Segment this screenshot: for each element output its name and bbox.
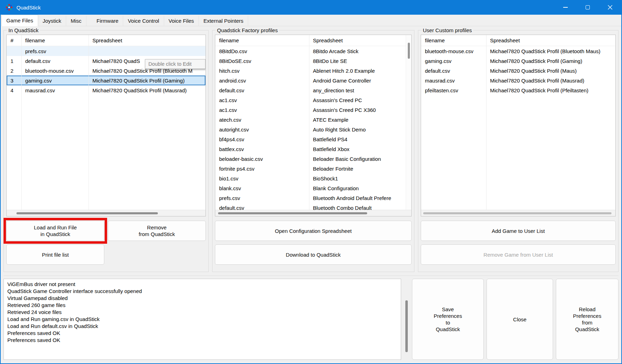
table-row[interactable]: blank.csvBlank Configuration (215, 183, 411, 193)
tab-misc[interactable]: Misc (66, 16, 86, 26)
factory-profiles-table: filename Spreadsheet 8BitdDo.csv8Bitdo A… (215, 35, 412, 216)
table-row[interactable]: default.csvany_direction test (215, 85, 411, 95)
scrollbar-thumb[interactable] (218, 212, 367, 214)
minimize-button[interactable] (554, 0, 576, 15)
column-separator (309, 35, 309, 210)
panel-user-custom-profiles: User Custom profiles filename Spreadshee… (418, 27, 618, 272)
column-header-filename[interactable]: filename (421, 37, 486, 43)
user-custom-header: filename Spreadsheet (421, 35, 615, 46)
in-quadstick-rows: prefs.csv1default.csvMichael7820 QuadS2b… (7, 46, 205, 95)
table-row[interactable]: fortnite ps4.csvBeloader Fortnite (215, 164, 411, 173)
panel-in-quadstick-title: In QuadStick (7, 27, 40, 33)
cell-file: beloader-basic.csv (215, 156, 309, 162)
cell-file: 8BitDoSE.csv (215, 58, 309, 64)
cell-file: pfeiltasten.csv (421, 87, 486, 93)
close-app-button[interactable]: Close (487, 279, 553, 360)
table-row[interactable]: hitch.csvAblenet Hitch 2.0 Example (215, 66, 411, 76)
status-log[interactable]: ViGEmBus driver not presentQuadStick Gam… (4, 279, 401, 360)
cell-sheet: Battlefield Xbox (309, 146, 411, 152)
cell-sheet: Android Game Controller (309, 78, 411, 84)
tab-joystick[interactable]: Joystick (38, 16, 66, 26)
table-row[interactable]: mausrad.csvMichael7820 QuadStick Profil … (421, 76, 615, 85)
maximize-button[interactable] (576, 0, 599, 15)
cell-file: mausrad.csv (421, 78, 486, 84)
table-row[interactable]: ac1.csvAssassin's Creed PC X360 (215, 105, 411, 115)
cell-sheet: Assassin's Creed PC (309, 97, 411, 103)
cell-file: ac1.csv (215, 97, 309, 103)
table-row[interactable]: pfeiltasten.csvMichael7820 QuadStick Pro… (421, 85, 615, 95)
table-row[interactable]: beloader-basic.csvBeloader Basic Configu… (215, 154, 411, 164)
tab-firmware[interactable]: Firmware (92, 16, 124, 26)
table-row[interactable]: 8BitDoSE.csv8BitDo Lite SE (215, 56, 411, 66)
column-header-filename[interactable]: filename (215, 37, 309, 43)
table-row[interactable]: prefs.csvBluetooth Android Default Prefe… (215, 193, 411, 203)
column-header-spreadsheet[interactable]: Spreadsheet (486, 37, 615, 43)
tab-bar: Game FilesJoystickMiscFirmwareVoice Cont… (1, 15, 621, 26)
download-to-quadstick-button[interactable]: Download to QuadStick (215, 244, 412, 265)
cell-file: default.csv (21, 58, 89, 64)
cell-sheet: Michael7820 QuadStick Profil (Maus) (486, 68, 615, 74)
table-row[interactable]: battlex.csvBattlefield Xbox (215, 144, 411, 154)
vertical-scrollbar[interactable] (406, 35, 411, 210)
tab-voice-control[interactable]: Voice Control (123, 16, 164, 26)
table-row[interactable]: ac1.csvAssassin's Creed PC (215, 95, 411, 105)
user-custom-rows: bluetooth-mouse.csvMichael7820 QuadStick… (421, 46, 615, 95)
scrollbar-thumb[interactable] (16, 212, 158, 214)
table-row[interactable]: bio1.csvBioShock1 (215, 173, 411, 183)
cell-file: mausrad.csv (21, 87, 89, 93)
cell-file: prefs.csv (21, 48, 89, 54)
cell-sheet: Michael7820 QuadStick Profil (Mausrad) (89, 87, 205, 93)
save-preferences-button[interactable]: Save Preferences to QuadStick (412, 279, 484, 360)
horizontal-scrollbar[interactable] (7, 210, 205, 216)
scrollbar-thumb[interactable] (423, 212, 611, 214)
print-file-list-button[interactable]: Print file list (6, 244, 104, 265)
add-game-to-user-list-button[interactable]: Add Game to User List (421, 221, 616, 241)
table-row[interactable]: autoright.csvAuto Right Stick Demo (215, 124, 411, 134)
scrollbar-thumb[interactable] (405, 300, 408, 352)
footer: ViGEmBus driver not presentQuadStick Gam… (4, 276, 618, 363)
open-configuration-spreadsheet-button[interactable]: Open Configuration Spreadsheet (215, 221, 412, 241)
cell-file: bio1.csv (215, 176, 309, 181)
log-line: Load and Run default.csv in QuadStick (7, 323, 397, 330)
table-row[interactable]: android.csvAndroid Game Controller (215, 76, 411, 85)
close-button[interactable] (599, 0, 621, 15)
cell-file: default.csv (215, 87, 309, 93)
log-line: QuadStick Game Controller interface succ… (7, 288, 397, 295)
column-header-filename[interactable]: filename (21, 37, 89, 43)
tab-game-files[interactable]: Game Files (1, 15, 38, 26)
column-header-number[interactable]: # (7, 37, 21, 43)
cell-file: bf4ps4.csv (215, 136, 309, 142)
log-scrollbar[interactable] (404, 279, 409, 360)
table-row[interactable]: prefs.csv (7, 46, 205, 56)
remove-game-from-user-list-button[interactable]: Remove Game from User List (421, 244, 616, 265)
table-row[interactable]: 4mausrad.csvMichael7820 QuadStick Profil… (7, 85, 205, 95)
cell-file: bluetooth-mouse.csv (421, 48, 486, 54)
horizontal-scrollbar[interactable] (215, 210, 411, 216)
tab-voice-files[interactable]: Voice Files (164, 16, 199, 26)
cell-sheet: Michael7820 QuadStick Profil (Gaming) (486, 58, 615, 64)
table-row[interactable]: default.csvMichael7820 QuadStick Profil … (421, 66, 615, 76)
tab-external-pointers[interactable]: External Pointers (199, 16, 248, 26)
cell-sheet: Blank Configuration (309, 185, 411, 191)
table-row[interactable]: 8BitdDo.csv8Bitdo Arcade Stick (215, 46, 411, 56)
load-and-run-button[interactable]: Load and Run File in QuadStick (6, 221, 104, 241)
horizontal-scrollbar[interactable] (421, 210, 615, 216)
panel-user-custom-title: User Custom profiles (421, 27, 473, 33)
factory-rows: 8BitdDo.csv8Bitdo Arcade Stick8BitDoSE.c… (215, 46, 411, 213)
cell-sheet: BioShock1 (309, 176, 411, 181)
column-header-spreadsheet[interactable]: Spreadsheet (309, 37, 411, 43)
cell-file: android.csv (215, 78, 309, 84)
game-files-page: In QuadStick # filename Spreadsheet pref… (1, 26, 621, 363)
table-row[interactable]: 3gaming.csvMichael7820 QuadStick Profil … (7, 76, 205, 85)
reload-preferences-button[interactable]: Reload Preferences from QuadStick (556, 279, 618, 360)
remove-from-quadstick-button[interactable]: Remove from QuadStick (108, 221, 206, 241)
table-row[interactable]: gaming.csvMichael7820 QuadStick Profil (… (421, 56, 615, 66)
column-header-spreadsheet[interactable]: Spreadsheet (89, 37, 205, 43)
table-row[interactable]: atech.csvATEC Example (215, 115, 411, 124)
factory-header: filename Spreadsheet (215, 35, 411, 46)
scrollbar-thumb[interactable] (408, 43, 410, 59)
table-row[interactable]: bluetooth-mouse.csvMichael7820 QuadStick… (421, 46, 615, 56)
panel-factory-title: Quadstick Factory profiles (216, 27, 279, 33)
minimize-icon (563, 7, 568, 8)
table-row[interactable]: bf4ps4.csvBattlefield PS4 (215, 134, 411, 144)
